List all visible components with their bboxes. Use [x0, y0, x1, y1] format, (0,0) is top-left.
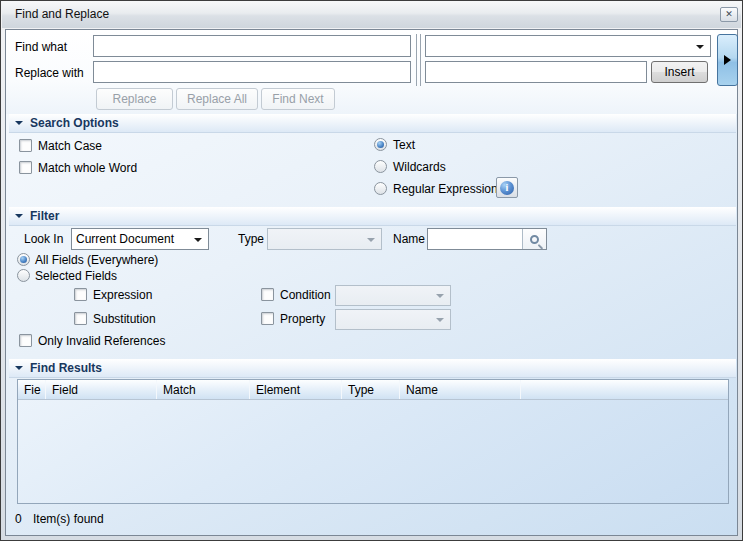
- mode-regex-radio[interactable]: [374, 182, 387, 195]
- look-in-value: Current Document: [76, 232, 174, 246]
- substitution-label: Substitution: [93, 312, 156, 326]
- chevron-down-icon: [436, 294, 444, 298]
- replace-with-input[interactable]: [93, 61, 411, 83]
- find-and-replace-dialog: Find and Replace ✕ Find what Replace wit…: [0, 0, 743, 541]
- chevron-down-icon: [194, 238, 202, 242]
- look-in-label: Look In: [24, 232, 63, 246]
- search-icon: [530, 235, 539, 244]
- filter-title: Filter: [30, 209, 59, 223]
- close-button[interactable]: ✕: [720, 7, 738, 22]
- mode-wildcards-label: Wildcards: [393, 160, 446, 174]
- property-checkbox: [261, 312, 274, 325]
- arrow-right-icon: [724, 55, 731, 65]
- expression-label: Expression: [93, 288, 152, 302]
- find-results-title: Find Results: [30, 361, 102, 375]
- insert-button[interactable]: Insert: [651, 61, 708, 83]
- selected-fields-label: Selected Fields: [35, 269, 117, 283]
- chevron-down-icon: [696, 45, 704, 49]
- column-header[interactable]: Field: [46, 380, 157, 399]
- name-search-button[interactable]: [522, 229, 546, 249]
- window-title: Find and Replace: [15, 7, 109, 21]
- mode-regex-label: Regular Expression: [393, 182, 498, 196]
- mode-wildcards-radio[interactable]: [374, 160, 387, 173]
- panel-divider: [416, 34, 421, 86]
- mode-text-label: Text: [393, 138, 415, 152]
- column-header[interactable]: Name: [400, 380, 521, 399]
- match-whole-word-checkbox[interactable]: [19, 161, 32, 174]
- name-label: Name: [393, 232, 425, 246]
- close-icon: ✕: [725, 10, 733, 19]
- filter-header[interactable]: Filter: [9, 207, 736, 226]
- collapse-triangle-icon: [15, 366, 23, 370]
- find-what-input[interactable]: [93, 35, 411, 57]
- property-combobox: [335, 309, 451, 330]
- find-what-label: Find what: [15, 40, 67, 54]
- expand-panel-button[interactable]: [717, 34, 738, 86]
- condition-combobox: [335, 285, 451, 306]
- type-combobox: [267, 228, 382, 250]
- title-bar[interactable]: Find and Replace: [2, 1, 741, 28]
- match-whole-word-label: Match whole Word: [38, 161, 137, 175]
- info-icon: i: [500, 181, 514, 195]
- condition-checkbox: [261, 288, 274, 301]
- replace-with-label: Replace with: [15, 66, 84, 80]
- collapse-triangle-icon: [15, 214, 23, 218]
- match-case-checkbox[interactable]: [19, 139, 32, 152]
- condition-label: Condition: [280, 288, 331, 302]
- results-table-header: Fie Field Match Element Type Name: [18, 380, 728, 400]
- search-options-header[interactable]: Search Options: [9, 114, 736, 133]
- results-table: Fie Field Match Element Type Name: [17, 379, 729, 504]
- mode-text-radio[interactable]: [374, 138, 387, 151]
- only-invalid-references-label: Only Invalid References: [38, 334, 165, 348]
- find-next-button[interactable]: Find Next: [261, 88, 335, 110]
- collapse-triangle-icon: [15, 121, 23, 125]
- replace-all-button[interactable]: Replace All: [176, 88, 258, 110]
- selected-fields-radio[interactable]: [17, 269, 30, 282]
- match-case-label: Match Case: [38, 139, 102, 153]
- column-header[interactable]: Type: [342, 380, 400, 399]
- result-count: 0: [15, 512, 22, 526]
- regex-help-button[interactable]: i: [496, 177, 518, 198]
- all-fields-radio[interactable]: [17, 253, 30, 266]
- status-text: Item(s) found: [33, 512, 104, 526]
- type-label: Type: [238, 232, 264, 246]
- chevron-down-icon: [367, 238, 375, 242]
- column-header[interactable]: Match: [157, 380, 250, 399]
- expression-checkbox: [74, 288, 87, 301]
- replace-button[interactable]: Replace: [96, 88, 173, 110]
- look-in-combobox[interactable]: Current Document: [71, 228, 209, 250]
- substitution-checkbox: [74, 312, 87, 325]
- find-results-header[interactable]: Find Results: [9, 359, 736, 378]
- property-label: Property: [280, 312, 325, 326]
- only-invalid-references-checkbox[interactable]: [19, 334, 32, 347]
- column-header[interactable]: Fie: [18, 380, 46, 399]
- column-header: [521, 380, 728, 399]
- all-fields-label: All Fields (Everywhere): [35, 253, 158, 267]
- field-insert-combobox[interactable]: [425, 35, 711, 57]
- chevron-down-icon: [436, 318, 444, 322]
- search-options-title: Search Options: [30, 116, 119, 130]
- column-header[interactable]: Element: [250, 380, 342, 399]
- insert-field-input[interactable]: [425, 61, 647, 83]
